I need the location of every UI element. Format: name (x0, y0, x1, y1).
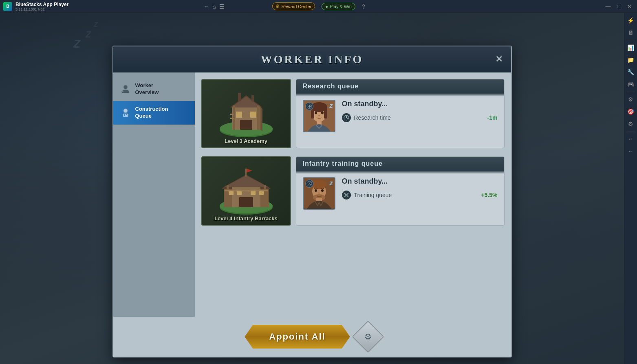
sidebar-target-icon[interactable]: 🎯 (625, 106, 637, 117)
sidebar-item-worker-overview[interactable]: WorkerOverview (113, 77, 195, 101)
minimize-btn[interactable]: — (604, 2, 613, 11)
titlebar-center: ♛ Reward Center ● Play & Win ? (272, 2, 365, 10)
modal-main-content: Level 3 Academy Research queue (195, 72, 511, 317)
academy-building-label: Level 3 Academy (202, 138, 290, 144)
academy-building-image (202, 80, 290, 147)
svg-rect-47 (251, 191, 256, 195)
sidebar-resize-icon[interactable]: ↔ (625, 133, 637, 145)
sidebar-item-construction-queue[interactable]: ConstructionQueue (113, 101, 195, 125)
infantry-stat-label: Training queue (354, 192, 478, 198)
svg-point-0 (123, 85, 128, 89)
nav-controls: ← ⌂ ☰ (203, 3, 224, 10)
right-sidebar: ⚡ 🖥 📊 📁 🔧 🎮 ⚙ 🎯 ⚙ ↔ ← (624, 13, 637, 364)
worker-overview-label: WorkerOverview (135, 82, 159, 96)
sidebar-stats-icon[interactable]: 📊 (625, 42, 637, 53)
svg-point-60 (321, 189, 324, 192)
research-worker-zzz: z (330, 102, 333, 110)
sidebar-game-icon[interactable]: 🎮 (625, 79, 637, 90)
modal-close-button[interactable]: ✕ (492, 52, 506, 67)
play-win-badge[interactable]: ● Play & Win (322, 3, 355, 10)
svg-rect-13 (240, 120, 252, 130)
svg-point-26 (315, 112, 317, 114)
modal-sidebar: WorkerOverview Construction (113, 72, 195, 317)
infantry-queue-title: Infantry training queue (303, 160, 498, 167)
svg-point-27 (321, 112, 324, 114)
svg-rect-53 (245, 169, 247, 177)
svg-point-59 (315, 189, 317, 192)
modal-title: WORKER INFO (121, 53, 503, 66)
sidebar-settings-icon[interactable]: ⚙ (625, 118, 637, 129)
svg-rect-25 (324, 107, 327, 118)
research-worker-badge: ⚙ (305, 102, 313, 110)
svg-rect-19 (238, 93, 241, 101)
sidebar-gear-icon[interactable]: ⚙ (625, 94, 637, 105)
sidebar-arrow-left-icon[interactable]: ← (625, 145, 637, 157)
infantry-queue-header: Infantry training queue (296, 157, 504, 171)
svg-rect-11 (236, 112, 242, 118)
svg-rect-49 (239, 197, 253, 207)
svg-rect-12 (250, 112, 256, 118)
infantry-stat-row: Training queue +5.5% (342, 191, 498, 200)
svg-rect-20 (251, 95, 254, 101)
research-worker-avatar[interactable]: z ⚙ (303, 100, 335, 132)
barracks-building-image (202, 157, 290, 225)
maximize-btn[interactable]: □ (614, 2, 623, 11)
svg-rect-4 (124, 114, 125, 116)
research-panel-body: z ⚙ On (296, 93, 504, 142)
sidebar-power-icon[interactable]: ⚡ (625, 15, 637, 26)
infantry-stat-icon (342, 191, 351, 200)
svg-marker-54 (247, 169, 252, 173)
svg-rect-45 (229, 191, 234, 195)
sidebar-tool-icon[interactable]: 🔧 (625, 66, 637, 78)
infantry-worker-badge: ⚔ (305, 180, 313, 188)
construction-queue-label: ConstructionQueue (135, 106, 168, 120)
svg-point-28 (318, 115, 320, 116)
svg-rect-51 (264, 185, 266, 207)
app-close-btn[interactable]: ✕ (625, 2, 634, 11)
svg-rect-17 (230, 114, 234, 115)
svg-rect-1 (121, 91, 123, 92)
infantry-worker-avatar[interactable]: z ⚔ (303, 177, 335, 210)
modal-header: WORKER INFO ✕ (113, 46, 511, 72)
worker-overview-icon (120, 83, 131, 95)
gear-settings-button[interactable]: ⚙ (357, 325, 379, 348)
infantry-stat-value: +5.5% (481, 192, 497, 198)
modal-overlay: WORKER INFO ✕ (0, 13, 624, 364)
reward-center-badge[interactable]: ♛ Reward Center (272, 2, 315, 10)
svg-point-2 (123, 109, 128, 113)
svg-marker-42 (225, 175, 268, 187)
window-controls: — □ ✕ (604, 2, 634, 11)
research-queue-card: Level 3 Academy Research queue (201, 79, 505, 148)
sidebar-screen-icon[interactable]: 🖥 (625, 27, 637, 38)
help-btn[interactable]: ? (362, 3, 365, 10)
svg-rect-46 (237, 191, 242, 195)
back-btn[interactable]: ← (203, 3, 209, 10)
svg-marker-10 (231, 96, 261, 107)
titlebar: B BlueStacks App Player 5.11.11.1001 N32… (0, 0, 637, 13)
svg-rect-3 (123, 114, 128, 117)
infantry-queue-card: Level 4 Infantry Barracks Infantry train… (201, 156, 505, 226)
research-info-panel: Research queue (296, 79, 505, 148)
svg-rect-50 (227, 185, 229, 207)
research-stat-icon (342, 113, 351, 122)
infantry-panel-body: z ⚔ On (296, 171, 504, 219)
research-queue-header: Research queue (296, 79, 504, 93)
appoint-all-button[interactable]: Appoint All (245, 325, 350, 349)
sidebar-folder-icon[interactable]: 📁 (625, 54, 637, 66)
academy-building-thumb[interactable]: Level 3 Academy (201, 79, 291, 148)
menu-btn[interactable]: ☰ (219, 3, 225, 10)
app-logo: B (3, 2, 12, 11)
game-area: Z Z Z WORKER INFO ✕ (0, 13, 624, 364)
svg-rect-52 (225, 190, 268, 191)
svg-rect-16 (257, 105, 260, 130)
infantry-worker-zzz: z (330, 180, 333, 187)
barracks-building-thumb[interactable]: Level 4 Infantry Barracks (201, 156, 291, 226)
research-stat-label: Research time (354, 114, 484, 121)
research-stat-value: -1m (487, 114, 498, 121)
modal-footer: Appoint All ⚙ (113, 317, 511, 357)
home-btn[interactable]: ⌂ (212, 3, 216, 10)
svg-point-67 (346, 194, 347, 196)
research-worker-status: On standby... (342, 100, 498, 108)
research-queue-title: Research queue (303, 83, 498, 90)
research-worker-info: On standby... (342, 100, 498, 125)
